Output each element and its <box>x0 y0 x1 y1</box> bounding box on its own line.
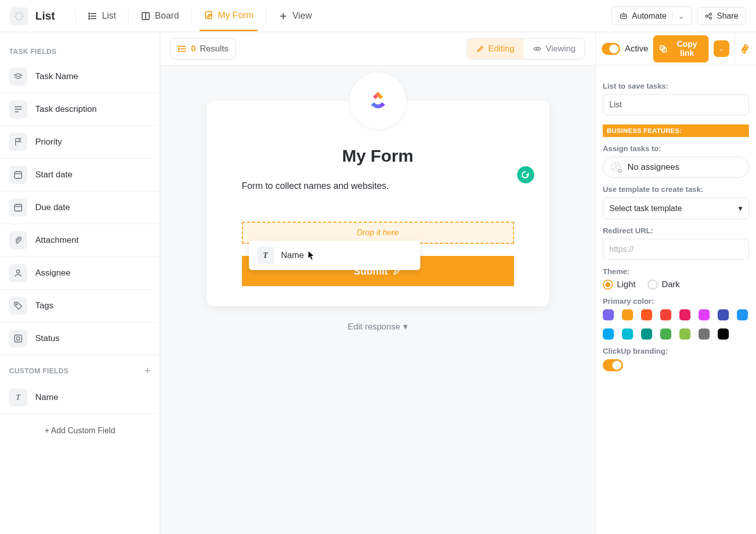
automate-button[interactable]: Automate ⌄ <box>611 7 692 25</box>
color-swatch[interactable] <box>622 309 633 320</box>
field-start-date[interactable]: Start date <box>0 159 160 191</box>
color-swatch[interactable] <box>641 309 652 320</box>
share-button[interactable]: Share <box>697 7 746 25</box>
redirect-url-input[interactable] <box>603 239 749 260</box>
color-swatch[interactable] <box>660 328 671 340</box>
field-task-description[interactable]: Task description <box>0 93 160 126</box>
template-label: Use template to create task: <box>603 185 749 193</box>
tab-my-form[interactable]: My Form <box>200 1 258 31</box>
svg-point-6 <box>89 18 90 19</box>
copy-link-button[interactable]: Copy link <box>653 35 709 62</box>
dragging-field-chip[interactable]: T Name <box>249 241 420 270</box>
form-icon <box>204 10 214 20</box>
copy-link-dropdown[interactable]: ⌄ <box>714 40 729 57</box>
field-status[interactable]: Status <box>0 322 160 355</box>
theme-label: Theme: <box>603 267 749 276</box>
color-swatches <box>603 309 749 340</box>
chip-label: Name <box>281 250 304 260</box>
svg-point-16 <box>706 15 708 17</box>
svg-point-39 <box>178 46 179 47</box>
settings-gear-icon[interactable] <box>734 32 750 65</box>
topbar: List List Board My Form View Automate ⌄ … <box>0 0 756 32</box>
business-features-badge: BUSINESS FEATURES: <box>603 124 749 137</box>
color-swatch[interactable] <box>660 309 671 320</box>
field-due-date[interactable]: Due date <box>0 191 160 224</box>
field-tags[interactable]: Tags <box>0 290 160 322</box>
svg-rect-34 <box>15 335 22 342</box>
assignee-picker[interactable]: No assignees <box>603 157 749 178</box>
editing-tab[interactable]: Editing <box>467 39 524 59</box>
below-card: Edit response ▾ <box>207 321 549 332</box>
active-toggle[interactable] <box>602 43 620 55</box>
field-label: Priority <box>35 137 62 147</box>
form-title[interactable]: My Form <box>242 146 514 166</box>
template-value: Select task template <box>609 204 682 213</box>
share-icon <box>705 12 713 20</box>
results-label: Results <box>200 44 228 54</box>
color-swatch[interactable] <box>603 309 614 320</box>
rightbar-top: Active Copy link ⌄ <box>596 32 756 65</box>
tab-view-label: View <box>292 11 312 21</box>
results-count: 0 <box>191 44 196 54</box>
tag-icon <box>9 297 27 315</box>
color-swatch[interactable] <box>603 328 614 340</box>
list-to-save-input[interactable] <box>603 94 749 115</box>
brand-logo <box>350 73 406 129</box>
field-attachment[interactable]: Attachment <box>0 224 160 257</box>
no-assignees-label: No assignees <box>627 162 679 172</box>
svg-rect-24 <box>15 172 22 178</box>
field-label: Tags <box>35 301 53 311</box>
config-panel: List to save tasks: BUSINESS FEATURES: A… <box>596 65 756 380</box>
color-swatch[interactable] <box>699 328 710 340</box>
theme-light-radio[interactable]: Light <box>603 280 636 290</box>
color-swatch[interactable] <box>641 328 652 340</box>
text-icon: T <box>9 388 27 407</box>
field-label: Status <box>35 333 59 344</box>
tab-add-view[interactable]: View <box>274 2 316 30</box>
canvas: 0 Results Editing Viewing <box>160 32 596 534</box>
svg-rect-12 <box>620 14 626 19</box>
svg-point-40 <box>178 48 179 49</box>
field-task-name[interactable]: Task Name <box>0 60 160 93</box>
svg-rect-35 <box>17 337 20 340</box>
tab-board-label: Board <box>155 11 179 21</box>
tab-list[interactable]: List <box>84 2 120 30</box>
branding-toggle[interactable] <box>603 359 623 371</box>
viewing-tab[interactable]: Viewing <box>524 39 585 59</box>
svg-point-46 <box>614 164 617 167</box>
custom-field-name[interactable]: T Name <box>0 381 160 414</box>
flag-icon <box>9 133 27 151</box>
color-swatch[interactable] <box>737 309 748 320</box>
list-to-save-label: List to save tasks: <box>603 82 749 90</box>
color-swatch[interactable] <box>622 328 633 340</box>
list-icon <box>88 11 98 21</box>
form-card: My Form Form to collect names and websit… <box>207 101 549 306</box>
color-swatch[interactable] <box>718 328 729 340</box>
tab-board[interactable]: Board <box>137 2 183 30</box>
theme-dark-label: Dark <box>662 280 680 290</box>
color-swatch[interactable] <box>699 309 710 320</box>
template-select[interactable]: Select task template ▾ <box>603 197 749 219</box>
color-swatch[interactable] <box>679 328 690 340</box>
results-button[interactable]: 0 Results <box>170 38 236 59</box>
form-description[interactable]: Form to collect names and websites. <box>242 181 514 191</box>
plus-icon[interactable]: + <box>144 364 151 377</box>
page-title: List <box>35 10 55 23</box>
sidebar: TASK FIELDS Task Name Task description P… <box>0 32 160 534</box>
svg-line-20 <box>708 17 710 18</box>
theme-dark-radio[interactable]: Dark <box>648 280 680 290</box>
editing-label: Editing <box>488 44 515 54</box>
field-priority[interactable]: Priority <box>0 126 160 159</box>
svg-point-0 <box>16 13 23 20</box>
person-icon <box>9 264 27 282</box>
add-custom-field-button[interactable]: + Add Custom Field <box>0 414 160 447</box>
assign-label: Assign tasks to: <box>603 144 749 153</box>
copy-icon <box>659 45 667 53</box>
calendar-icon <box>9 166 27 184</box>
pencil-icon <box>476 45 484 53</box>
color-swatch[interactable] <box>679 309 690 320</box>
field-assignee[interactable]: Assignee <box>0 257 160 290</box>
color-swatch[interactable] <box>718 309 729 320</box>
grammarly-icon <box>517 166 534 183</box>
edit-response-button[interactable]: Edit response ▾ <box>207 321 549 332</box>
